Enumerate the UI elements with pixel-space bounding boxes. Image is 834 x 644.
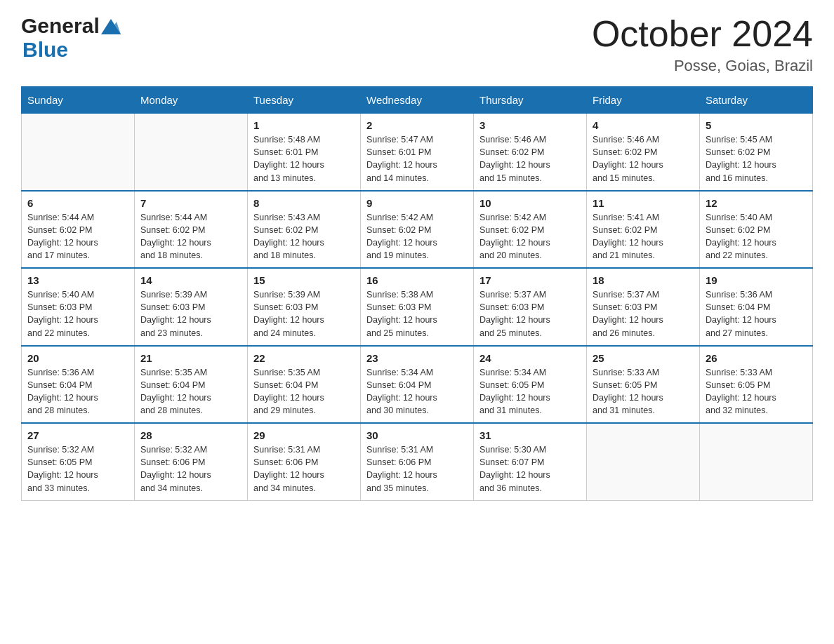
day-info: Sunrise: 5:42 AMSunset: 6:02 PMDaylight:… — [366, 211, 468, 262]
day-number: 19 — [706, 274, 807, 286]
day-number: 17 — [479, 274, 581, 286]
day-info: Sunrise: 5:33 AMSunset: 6:05 PMDaylight:… — [706, 366, 807, 417]
day-number: 31 — [479, 429, 581, 441]
day-number: 18 — [593, 274, 694, 286]
calendar-cell: 19Sunrise: 5:36 AMSunset: 6:04 PMDayligh… — [700, 268, 813, 346]
calendar-cell: 4Sunrise: 5:46 AMSunset: 6:02 PMDaylight… — [587, 114, 700, 191]
day-number: 9 — [366, 197, 468, 209]
weekday-header-friday: Friday — [587, 87, 700, 114]
calendar-cell: 20Sunrise: 5:36 AMSunset: 6:04 PMDayligh… — [22, 346, 135, 424]
day-number: 8 — [253, 197, 355, 209]
calendar-cell: 31Sunrise: 5:30 AMSunset: 6:07 PMDayligh… — [474, 423, 587, 500]
calendar-cell — [135, 114, 248, 191]
day-number: 30 — [366, 429, 468, 441]
day-number: 27 — [27, 429, 128, 441]
calendar-cell: 21Sunrise: 5:35 AMSunset: 6:04 PMDayligh… — [135, 346, 248, 424]
day-info: Sunrise: 5:31 AMSunset: 6:06 PMDaylight:… — [253, 443, 355, 495]
day-number: 11 — [593, 197, 694, 209]
day-number: 16 — [366, 274, 468, 286]
calendar-cell: 22Sunrise: 5:35 AMSunset: 6:04 PMDayligh… — [248, 346, 361, 424]
calendar-cell: 12Sunrise: 5:40 AMSunset: 6:02 PMDayligh… — [700, 191, 813, 269]
calendar-cell: 30Sunrise: 5:31 AMSunset: 6:06 PMDayligh… — [361, 423, 474, 500]
calendar-cell: 13Sunrise: 5:40 AMSunset: 6:03 PMDayligh… — [22, 268, 135, 346]
calendar-cell: 15Sunrise: 5:39 AMSunset: 6:03 PMDayligh… — [248, 268, 361, 346]
day-info: Sunrise: 5:42 AMSunset: 6:02 PMDaylight:… — [479, 211, 581, 262]
day-info: Sunrise: 5:40 AMSunset: 6:02 PMDaylight:… — [706, 211, 807, 262]
calendar-cell: 16Sunrise: 5:38 AMSunset: 6:03 PMDayligh… — [361, 268, 474, 346]
day-info: Sunrise: 5:46 AMSunset: 6:02 PMDaylight:… — [479, 133, 581, 185]
calendar-cell: 1Sunrise: 5:48 AMSunset: 6:01 PMDaylight… — [248, 114, 361, 191]
day-info: Sunrise: 5:40 AMSunset: 6:03 PMDaylight:… — [27, 288, 128, 340]
day-number: 2 — [366, 119, 468, 131]
day-info: Sunrise: 5:30 AMSunset: 6:07 PMDaylight:… — [479, 443, 581, 495]
calendar-cell: 23Sunrise: 5:34 AMSunset: 6:04 PMDayligh… — [361, 346, 474, 424]
weekday-header-sunday: Sunday — [22, 87, 135, 114]
weekday-header-saturday: Saturday — [700, 87, 813, 114]
day-number: 14 — [140, 274, 241, 286]
day-info: Sunrise: 5:45 AMSunset: 6:02 PMDaylight:… — [706, 133, 807, 185]
calendar-cell: 2Sunrise: 5:47 AMSunset: 6:01 PMDaylight… — [361, 114, 474, 191]
calendar-cell: 3Sunrise: 5:46 AMSunset: 6:02 PMDaylight… — [474, 114, 587, 191]
day-info: Sunrise: 5:44 AMSunset: 6:02 PMDaylight:… — [140, 211, 241, 262]
day-number: 4 — [593, 119, 694, 131]
day-number: 24 — [479, 352, 581, 364]
day-number: 15 — [253, 274, 355, 286]
calendar-cell — [587, 423, 700, 500]
day-number: 20 — [27, 352, 128, 364]
day-number: 22 — [253, 352, 355, 364]
month-title: October 2024 — [592, 14, 813, 54]
week-row-3: 13Sunrise: 5:40 AMSunset: 6:03 PMDayligh… — [22, 268, 813, 346]
day-number: 3 — [479, 119, 581, 131]
day-info: Sunrise: 5:39 AMSunset: 6:03 PMDaylight:… — [140, 288, 241, 340]
day-info: Sunrise: 5:44 AMSunset: 6:02 PMDaylight:… — [27, 211, 128, 262]
day-info: Sunrise: 5:36 AMSunset: 6:04 PMDaylight:… — [706, 288, 807, 340]
day-number: 29 — [253, 429, 355, 441]
calendar-cell: 6Sunrise: 5:44 AMSunset: 6:02 PMDaylight… — [22, 191, 135, 269]
day-info: Sunrise: 5:31 AMSunset: 6:06 PMDaylight:… — [366, 443, 468, 495]
day-info: Sunrise: 5:41 AMSunset: 6:02 PMDaylight:… — [593, 211, 694, 262]
day-info: Sunrise: 5:35 AMSunset: 6:04 PMDaylight:… — [140, 366, 241, 417]
day-info: Sunrise: 5:43 AMSunset: 6:02 PMDaylight:… — [253, 211, 355, 262]
header: General Blue October 2024 Posse, Goias, … — [21, 14, 813, 75]
location-title: Posse, Goias, Brazil — [592, 57, 813, 75]
logo-blue-text: Blue — [22, 38, 68, 61]
day-info: Sunrise: 5:48 AMSunset: 6:01 PMDaylight:… — [253, 133, 355, 185]
day-number: 5 — [706, 119, 807, 131]
weekday-header-monday: Monday — [135, 87, 248, 114]
day-number: 21 — [140, 352, 241, 364]
day-number: 7 — [140, 197, 241, 209]
weekday-header-row: SundayMondayTuesdayWednesdayThursdayFrid… — [22, 87, 813, 114]
day-info: Sunrise: 5:32 AMSunset: 6:05 PMDaylight:… — [27, 443, 128, 495]
calendar-cell: 25Sunrise: 5:33 AMSunset: 6:05 PMDayligh… — [587, 346, 700, 424]
day-number: 6 — [27, 197, 128, 209]
calendar-cell: 11Sunrise: 5:41 AMSunset: 6:02 PMDayligh… — [587, 191, 700, 269]
calendar-cell — [22, 114, 135, 191]
logo-general-text: General — [21, 14, 100, 38]
day-number: 12 — [706, 197, 807, 209]
day-info: Sunrise: 5:37 AMSunset: 6:03 PMDaylight:… — [593, 288, 694, 340]
calendar-cell: 14Sunrise: 5:39 AMSunset: 6:03 PMDayligh… — [135, 268, 248, 346]
day-number: 10 — [479, 197, 581, 209]
day-info: Sunrise: 5:34 AMSunset: 6:05 PMDaylight:… — [479, 366, 581, 417]
day-info: Sunrise: 5:35 AMSunset: 6:04 PMDaylight:… — [253, 366, 355, 417]
day-number: 26 — [706, 352, 807, 364]
day-info: Sunrise: 5:33 AMSunset: 6:05 PMDaylight:… — [593, 366, 694, 417]
weekday-header-wednesday: Wednesday — [361, 87, 474, 114]
day-info: Sunrise: 5:38 AMSunset: 6:03 PMDaylight:… — [366, 288, 468, 340]
calendar-table: SundayMondayTuesdayWednesdayThursdayFrid… — [21, 86, 813, 501]
day-info: Sunrise: 5:46 AMSunset: 6:02 PMDaylight:… — [593, 133, 694, 185]
day-number: 25 — [593, 352, 694, 364]
day-info: Sunrise: 5:47 AMSunset: 6:01 PMDaylight:… — [366, 133, 468, 185]
title-area: October 2024 Posse, Goias, Brazil — [592, 14, 813, 75]
day-info: Sunrise: 5:32 AMSunset: 6:06 PMDaylight:… — [140, 443, 241, 495]
day-number: 23 — [366, 352, 468, 364]
calendar-cell: 9Sunrise: 5:42 AMSunset: 6:02 PMDaylight… — [361, 191, 474, 269]
day-number: 13 — [27, 274, 128, 286]
calendar-cell: 5Sunrise: 5:45 AMSunset: 6:02 PMDaylight… — [700, 114, 813, 191]
week-row-4: 20Sunrise: 5:36 AMSunset: 6:04 PMDayligh… — [22, 346, 813, 424]
calendar-cell: 17Sunrise: 5:37 AMSunset: 6:03 PMDayligh… — [474, 268, 587, 346]
calendar-cell — [700, 423, 813, 500]
day-info: Sunrise: 5:34 AMSunset: 6:04 PMDaylight:… — [366, 366, 468, 417]
logo: General Blue — [21, 14, 121, 62]
weekday-header-thursday: Thursday — [474, 87, 587, 114]
